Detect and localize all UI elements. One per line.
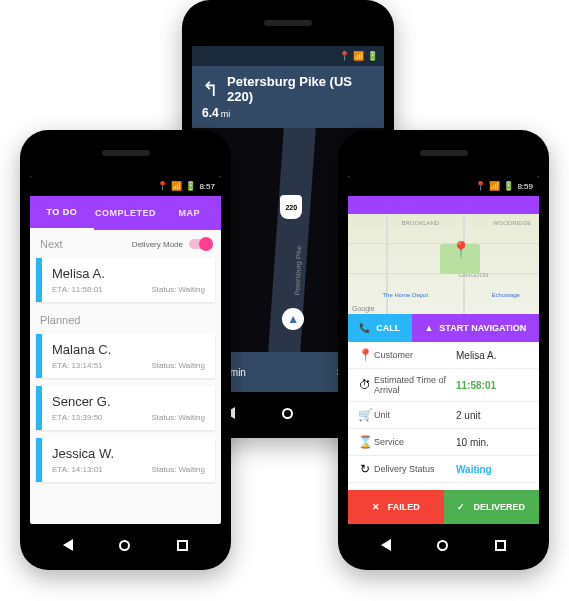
hourglass-icon: ⌛ <box>356 435 374 449</box>
location-icon: 📍 <box>339 51 350 61</box>
outcome-row: ✕ FAILED ✓ DELIVERED <box>348 490 539 524</box>
eta-prefix: ETA: <box>52 285 69 294</box>
eta-value: 13:39:50 <box>71 413 102 422</box>
phone-speaker <box>420 150 468 156</box>
list-item[interactable]: Melisa A. ETA: 11:58:01 Status: Waiting <box>36 258 215 302</box>
status-value: Waiting <box>179 413 205 422</box>
start-navigation-button[interactable]: ▲ START NAVIGATION <box>412 314 539 342</box>
status-value: Waiting <box>456 464 492 475</box>
phone-delivery-detail: 📍 📶 🔋 8:59 BROOKLAND WOODRIDGE LANGDON 📍… <box>338 130 549 570</box>
signal-icon: 📶 <box>489 181 500 191</box>
eta-value: 11:58:01 <box>71 285 102 294</box>
nav-header: ↰ Petersburg Pike (US 220) 6.4 mi <box>192 66 384 128</box>
status-time: 8:57 <box>199 182 215 191</box>
nav-recent-icon[interactable] <box>177 540 188 551</box>
tab-todo[interactable]: TO DO <box>30 196 94 230</box>
navigation-icon: ▲ <box>424 323 433 333</box>
android-navbar <box>20 534 231 556</box>
phone-speaker <box>102 150 150 156</box>
location-icon: 📍 <box>475 181 486 191</box>
customer-name: Malana C. <box>52 342 205 357</box>
nav-home-icon[interactable] <box>282 408 293 419</box>
phone-todo-list: 📍 📶 🔋 8:57 TO DO COMPLETED MAP Next Deli… <box>20 130 231 570</box>
nav-back-icon[interactable] <box>63 539 73 551</box>
battery-icon: 🔋 <box>367 51 378 61</box>
turn-left-icon: ↰ <box>202 77 219 101</box>
status-bar: 📍 📶 🔋 8:57 <box>30 176 221 196</box>
delivery-mode-label: Delivery Mode <box>132 240 183 249</box>
section-planned-row: Planned <box>30 306 221 330</box>
status-prefix: Status: <box>151 465 176 474</box>
refresh-icon: ↻ <box>356 462 374 476</box>
eta-prefix: ETA: <box>52 465 69 474</box>
check-icon: ✓ <box>457 502 465 512</box>
customer-map[interactable]: BROOKLAND WOODRIDGE LANGDON 📍 The Home D… <box>348 214 539 314</box>
cart-icon: 🛒 <box>356 408 374 422</box>
section-next-row: Next Delivery Mode <box>30 230 221 254</box>
close-icon: ✕ <box>372 502 380 512</box>
android-navbar <box>338 534 549 556</box>
road-label: Petersburg Pike <box>293 245 302 295</box>
list-item[interactable]: Jessica W. ETA: 14:13:01 Status: Waiting <box>36 438 215 482</box>
status-bar: 📍 📶 🔋 8:59 <box>348 176 539 196</box>
battery-icon: 🔋 <box>185 181 196 191</box>
nav-home-icon[interactable] <box>119 540 130 551</box>
service-value: 10 min. <box>456 437 489 448</box>
delivered-button[interactable]: ✓ DELIVERED <box>444 490 540 524</box>
signal-icon: 📶 <box>171 181 182 191</box>
service-label: Service <box>374 437 456 447</box>
eta-prefix: ETA: <box>52 361 69 370</box>
customer-name: Jessica W. <box>52 446 205 461</box>
status-bar: 📍 📶 🔋 <box>192 46 384 66</box>
start-nav-label: START NAVIGATION <box>439 323 526 333</box>
battery-icon: 🔋 <box>503 181 514 191</box>
delivered-label: DELIVERED <box>473 502 525 512</box>
delivery-mode-toggle-row: Delivery Mode <box>132 239 211 249</box>
eta-label: Estimated Time of Arrival <box>374 375 456 395</box>
nav-recent-icon[interactable] <box>495 540 506 551</box>
phone-icon: 📞 <box>359 323 370 333</box>
status-prefix: Status: <box>151 413 176 422</box>
map-label-woodridge: WOODRIDGE <box>493 220 531 226</box>
eta-prefix: ETA: <box>52 413 69 422</box>
row-status: ↻ Delivery Status Waiting <box>348 456 539 483</box>
eta-value: 14:13:01 <box>71 465 102 474</box>
clock-icon: ⏱ <box>356 378 374 392</box>
status-prefix: Status: <box>151 361 176 370</box>
row-customer: 📍 Customer Melisa A. <box>348 342 539 369</box>
phone-speaker <box>264 20 312 26</box>
list-item[interactable]: Sencer G. ETA: 13:39:50 Status: Waiting <box>36 386 215 430</box>
status-label: Delivery Status <box>374 464 456 474</box>
route-shield: 220 <box>280 195 302 219</box>
eta-unit: min <box>230 367 246 378</box>
nav-home-icon[interactable] <box>437 540 448 551</box>
failed-button[interactable]: ✕ FAILED <box>348 490 444 524</box>
customer-name: Sencer G. <box>52 394 205 409</box>
poi-home-depot: The Home Depot <box>382 292 428 298</box>
call-label: CALL <box>376 323 400 333</box>
map-pin-icon: 📍 <box>451 240 471 259</box>
info-list: 📍 Customer Melisa A. ⏱ Estimated Time of… <box>348 342 539 490</box>
status-prefix: Status: <box>151 285 176 294</box>
status-value: Waiting <box>179 361 205 370</box>
unit-label: Unit <box>374 410 456 420</box>
status-value: Waiting <box>179 465 205 474</box>
row-service: ⌛ Service 10 min. <box>348 429 539 456</box>
nav-back-icon[interactable] <box>381 539 391 551</box>
tab-map[interactable]: MAP <box>157 196 221 230</box>
pin-icon: 📍 <box>356 348 374 362</box>
delivery-mode-toggle[interactable] <box>189 239 211 249</box>
eta-value: 11:58:01 <box>456 380 496 391</box>
eta-value: 13:14:51 <box>71 361 102 370</box>
list-item[interactable]: Malana C. ETA: 13:14:51 Status: Waiting <box>36 334 215 378</box>
call-button[interactable]: 📞 CALL <box>348 314 412 342</box>
tab-completed[interactable]: COMPLETED <box>94 196 158 230</box>
tab-bar: TO DO COMPLETED MAP <box>30 196 221 230</box>
customer-name: Melisa A. <box>52 266 205 281</box>
row-eta: ⏱ Estimated Time of Arrival 11:58:01 <box>348 369 539 402</box>
section-planned-label: Planned <box>40 314 80 326</box>
distance-value: 6.4 <box>202 106 219 120</box>
poi-echostage: Echostage <box>492 292 520 298</box>
app-bar <box>348 196 539 214</box>
action-row: 📞 CALL ▲ START NAVIGATION <box>348 314 539 342</box>
